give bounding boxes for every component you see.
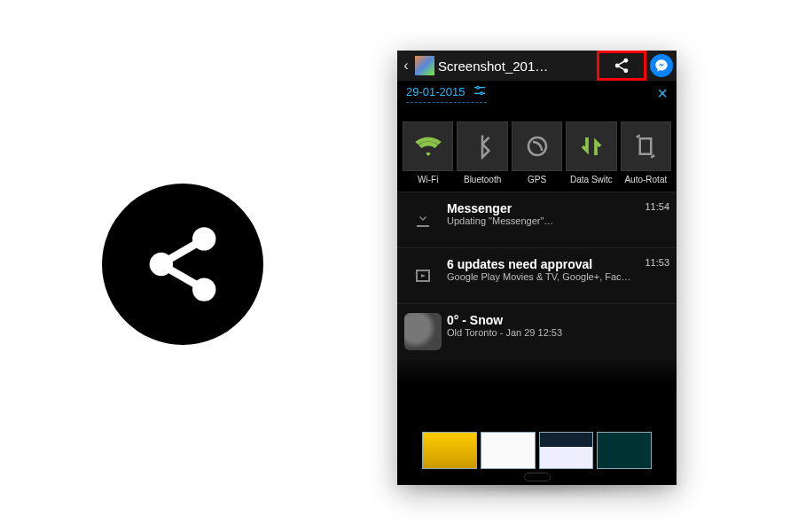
notification-title: 6 updates need approval [447,257,636,271]
share-icon [102,184,263,345]
recent-app-thumbnail[interactable] [481,432,536,469]
image-thumbnail[interactable] [415,56,434,75]
recent-app-thumbnail[interactable] [422,432,477,469]
panel-date[interactable]: 29-01-2015 [406,85,466,98]
recent-app-thumbnail[interactable] [539,432,594,469]
svg-point-13 [480,92,482,95]
android-screenshot: ‹ Screenshot_201… 29-01-2015 [397,51,677,485]
qs-tile-data[interactable] [566,121,616,171]
data-arrows-icon [578,133,605,160]
settings-sliders-icon[interactable] [473,83,487,100]
svg-point-14 [528,137,546,155]
messenger-chathead-icon[interactable] [650,54,673,77]
qs-tile-rotate[interactable] [621,121,671,171]
close-panel-icon[interactable]: × [657,83,668,104]
quick-settings-row [397,121,677,171]
recents-strip[interactable] [397,432,677,469]
qs-tile-bluetooth[interactable] [457,121,507,171]
notification-row[interactable]: 6 updates need approval Google Play Movi… [397,247,677,303]
app-bar: ‹ Screenshot_201… [397,51,677,81]
svg-point-11 [476,86,479,89]
wifi-icon [415,133,442,160]
svg-rect-8 [617,59,627,66]
qs-label: GPS [512,175,562,184]
svg-rect-15 [640,138,652,154]
notification-title: 0° - Snow [447,313,661,327]
share-button[interactable] [597,51,646,81]
qs-label: Wi-Fi [403,175,453,184]
notification-subtitle: Google Play Movies & TV, Google+, Facebo [447,271,636,282]
notification-time: 11:53 [641,257,669,268]
home-indicator [524,473,551,481]
back-chevron-icon[interactable]: ‹ [401,58,411,74]
spacer [397,106,677,121]
appbar-title: Screenshot_201… [438,59,597,74]
qs-label: Data Switc [566,175,616,184]
fade-area [397,359,677,384]
recent-app-thumbnail[interactable] [597,432,652,469]
svg-rect-3 [159,233,210,267]
share-icon [612,56,631,75]
play-store-icon [404,257,442,294]
qs-label: Auto-Rotat [621,175,671,184]
svg-rect-4 [159,261,210,294]
auto-rotate-icon [632,133,659,160]
notification-row[interactable]: Messenger Updating "Messenger"… 11:54 [397,192,677,247]
qs-label: Bluetooth [457,175,507,184]
gps-icon [524,133,551,160]
weather-snow-icon [404,313,442,350]
bluetooth-icon [469,133,496,160]
download-icon [404,201,442,239]
notification-title: Messenger [447,201,636,215]
quick-settings-labels: Wi-Fi Bluetooth GPS Data Switc Auto-Rota… [397,171,677,192]
notification-subtitle: Updating "Messenger"… [447,215,636,226]
notification-row[interactable]: 0° - Snow Old Toronto - Jan 29 12:53 [397,303,677,359]
notification-subtitle: Old Toronto - Jan 29 12:53 [447,327,661,338]
qs-tile-gps[interactable] [512,121,562,171]
notification-panel-header: 29-01-2015 × [397,81,677,106]
notification-time: 11:54 [641,201,669,212]
qs-tile-wifi[interactable] [403,121,453,171]
svg-rect-9 [617,65,627,71]
